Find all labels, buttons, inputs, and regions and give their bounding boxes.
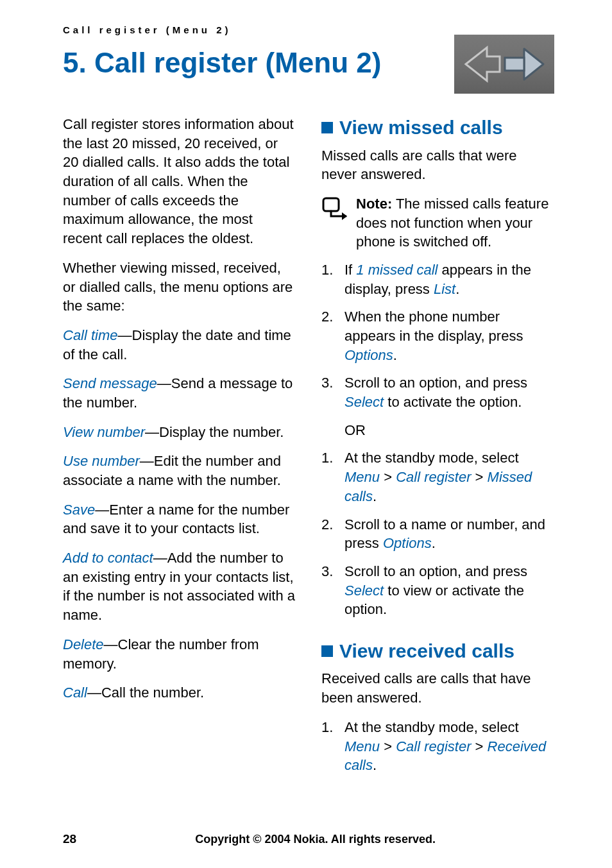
left-column: Call register stores information about t… xyxy=(63,115,296,784)
term-select: Select xyxy=(344,583,384,599)
step-sep: > xyxy=(472,469,488,485)
step-body: Scroll to a name or number, and press Op… xyxy=(344,515,554,553)
term-call-register: Call register xyxy=(396,738,471,754)
step-text: When the phone number appears in the dis… xyxy=(344,309,523,344)
note-body: Note: The missed calls feature does not … xyxy=(356,194,554,251)
step-text: . xyxy=(373,757,377,773)
step-item: 1. At the standby mode, select Menu > Ca… xyxy=(321,448,554,506)
missed-steps-alt: 1. At the standby mode, select Menu > Ca… xyxy=(321,448,554,619)
section-view-received-calls: View received calls xyxy=(321,638,554,665)
term-send-message: Send message xyxy=(63,375,157,391)
step-item: 3. Scroll to an option, and press Select… xyxy=(321,562,554,619)
intro-para-2: Whether viewing missed, received, or dia… xyxy=(63,259,296,316)
step-num: 2. xyxy=(321,307,338,364)
term-view-number: View number xyxy=(63,424,145,440)
intro-para-1: Call register stores information about t… xyxy=(63,115,296,248)
step-text: At the standby mode, select xyxy=(344,450,519,466)
step-num: 1. xyxy=(321,448,338,506)
step-item: 3. Scroll to an option, and press Select… xyxy=(321,373,554,411)
section-title-missed: View missed calls xyxy=(339,115,503,141)
term-menu: Menu xyxy=(344,738,380,754)
content-columns: Call register stores information about t… xyxy=(63,115,554,784)
desc-call: —Call the number. xyxy=(87,685,204,701)
term-call-time: Call time xyxy=(63,327,118,343)
step-sep: > xyxy=(380,469,396,485)
desc-save: —Enter a name for the number and save it… xyxy=(63,502,289,537)
step-text: Scroll to an option, and press xyxy=(344,375,527,391)
def-call: Call—Call the number. xyxy=(63,683,296,702)
term-use-number: Use number xyxy=(63,453,140,469)
copyright-text: Copyright © 2004 Nokia. All rights reser… xyxy=(76,833,554,846)
step-item: 1. At the standby mode, select Menu > Ca… xyxy=(321,718,554,775)
step-num: 2. xyxy=(321,515,338,553)
term-options: Options xyxy=(344,347,393,363)
step-text: At the standby mode, select xyxy=(344,719,519,735)
right-column: View missed calls Missed calls are calls… xyxy=(321,115,554,784)
note-icon xyxy=(321,197,347,221)
or-label: OR xyxy=(344,421,554,440)
step-text: . xyxy=(432,535,436,551)
def-use-number: Use number—Edit the number and associate… xyxy=(63,452,296,489)
def-delete: Delete—Clear the number from memory. xyxy=(63,635,296,673)
step-text: . xyxy=(393,347,397,363)
def-view-number: View number—Display the number. xyxy=(63,423,296,442)
def-save: Save—Enter a name for the number and sav… xyxy=(63,500,296,538)
received-steps: 1. At the standby mode, select Menu > Ca… xyxy=(321,718,554,775)
page-footer: 28 Copyright © 2004 Nokia. All rights re… xyxy=(63,832,554,846)
section-bullet-icon xyxy=(321,122,333,133)
step-item: 1. If 1 missed call appears in the displ… xyxy=(321,260,554,298)
step-item: 2. Scroll to a name or number, and press… xyxy=(321,515,554,553)
step-text: If xyxy=(344,262,356,278)
def-send-message: Send message—Send a message to the numbe… xyxy=(63,374,296,412)
def-add-to-contact: Add to contact—Add the number to an exis… xyxy=(63,549,296,625)
section-bullet-icon xyxy=(321,645,333,657)
desc-view-number: —Display the number. xyxy=(145,424,284,440)
term-menu: Menu xyxy=(344,469,380,485)
step-body: Scroll to an option, and press Select to… xyxy=(344,373,554,411)
step-num: 3. xyxy=(321,373,338,411)
svg-rect-0 xyxy=(505,58,524,71)
missed-intro: Missed calls are calls that were never a… xyxy=(321,146,554,184)
term-add-to-contact: Add to contact xyxy=(63,550,153,566)
step-text: Scroll to an option, and press xyxy=(344,563,527,579)
step-body: Scroll to an option, and press Select to… xyxy=(344,562,554,619)
term-select: Select xyxy=(344,394,384,410)
svg-rect-1 xyxy=(323,198,339,211)
step-text: Scroll to a name or number, and press xyxy=(344,516,545,552)
section-view-missed-calls: View missed calls xyxy=(321,115,554,141)
step-body: At the standby mode, select Menu > Call … xyxy=(344,718,554,775)
missed-steps: 1. If 1 missed call appears in the displ… xyxy=(321,260,554,412)
step-sep: > xyxy=(380,738,396,754)
step-num: 3. xyxy=(321,562,338,619)
step-num: 1. xyxy=(321,260,338,298)
step-text: to activate the option. xyxy=(384,394,522,410)
step-num: 1. xyxy=(321,718,338,775)
step-text: . xyxy=(373,488,377,504)
step-body: At the standby mode, select Menu > Call … xyxy=(344,448,554,506)
step-text: . xyxy=(455,281,459,297)
page-number: 28 xyxy=(63,832,76,846)
step-item: 2. When the phone number appears in the … xyxy=(321,307,554,364)
term-call-register: Call register xyxy=(396,469,471,485)
term-options: Options xyxy=(383,535,432,551)
call-register-hero-icon xyxy=(454,35,554,94)
term-call: Call xyxy=(63,685,87,701)
term-list: List xyxy=(434,281,455,297)
step-body: If 1 missed call appears in the display,… xyxy=(344,260,554,298)
running-head: Call register (Menu 2) xyxy=(63,24,554,35)
step-sep: > xyxy=(472,738,488,754)
note-label: Note: xyxy=(356,196,392,212)
term-save: Save xyxy=(63,502,95,518)
def-call-time: Call time—Display the date and time of t… xyxy=(63,326,296,364)
note-row: Note: The missed calls feature does not … xyxy=(321,194,554,251)
section-title-received: View received calls xyxy=(339,638,514,665)
step-body: When the phone number appears in the dis… xyxy=(344,307,554,364)
term-one-missed-call: 1 missed call xyxy=(356,262,438,278)
received-intro: Received calls are calls that have been … xyxy=(321,669,554,707)
term-delete: Delete xyxy=(63,636,104,652)
